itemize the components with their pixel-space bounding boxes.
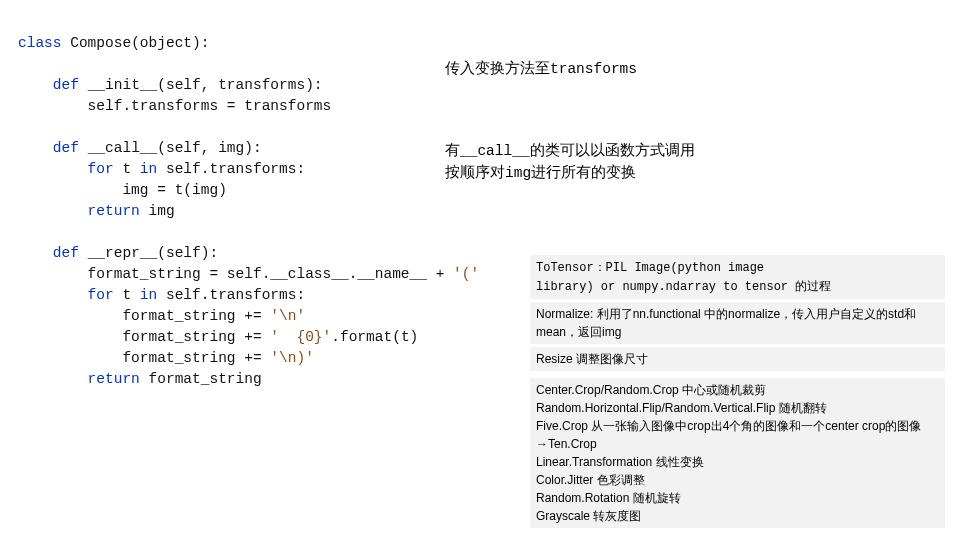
annot-mono: img	[505, 165, 531, 181]
note-text: library) or numpy.ndarray to tensor 的过程	[536, 280, 831, 294]
note-line: Grayscale 转灰度图	[536, 507, 939, 525]
annot-text: 传入变换方法至	[445, 60, 550, 76]
code-text: self.transforms:	[166, 287, 305, 303]
code-text: t	[122, 287, 139, 303]
code-text: img = t(img)	[18, 182, 227, 198]
note-resize: Resize 调整图像尺寸	[530, 347, 945, 371]
kw-return: return	[18, 371, 149, 387]
string-lit: ' {0}'	[270, 329, 331, 345]
kw-def: def	[18, 245, 88, 261]
note-line: Five.Crop 从一张输入图像中crop出4个角的图像和一个center c…	[536, 417, 939, 453]
annot-text: 进行所有的变换	[531, 164, 636, 180]
note-crops: Center.Crop/Random.Crop 中心或随机裁剪 Random.H…	[530, 378, 945, 528]
annot-mono: transforms	[550, 61, 637, 77]
annot-text: 的类可以以函数方式调用	[530, 142, 695, 158]
note-text: Normalize: 利用了nn.functional 中的normalize，…	[536, 307, 916, 339]
kw-in: in	[140, 161, 166, 177]
note-line: Random.Rotation 随机旋转	[536, 489, 939, 507]
note-line: Linear.Transformation 线性变换	[536, 453, 939, 471]
code-text: __call__(self, img):	[88, 140, 262, 156]
note-normalize: Normalize: 利用了nn.functional 中的normalize，…	[530, 302, 945, 344]
code-text: self.transforms:	[166, 161, 305, 177]
note-line: Color.Jitter 色彩调整	[536, 471, 939, 489]
note-text: Resize 调整图像尺寸	[536, 352, 648, 366]
code-text: format_string +=	[18, 329, 270, 345]
annotation-init: 传入变换方法至transforms	[445, 58, 637, 80]
kw-def: def	[18, 77, 88, 93]
string-lit: '\n)'	[270, 350, 314, 366]
code-block: class Compose(object): def __init__(self…	[18, 12, 479, 390]
note-text: ToTensor：PIL Image(python image	[536, 261, 764, 275]
annot-mono: __call__	[460, 143, 530, 159]
code-text: format_string	[149, 371, 262, 387]
kw-class: class	[18, 35, 70, 51]
annotation-call: 有__call__的类可以以函数方式调用 按顺序对img进行所有的变换	[445, 140, 695, 184]
code-text: format_string = self.__class__.__name__ …	[18, 266, 453, 282]
code-text: __init__(self, transforms):	[88, 77, 323, 93]
annot-text: 按顺序对	[445, 164, 505, 180]
note-line: Center.Crop/Random.Crop 中心或随机裁剪	[536, 381, 939, 399]
kw-return: return	[18, 203, 149, 219]
kw-for: for	[18, 161, 122, 177]
code-text: Compose(object):	[70, 35, 209, 51]
string-lit: '('	[453, 266, 479, 282]
annot-text: 有	[445, 142, 460, 158]
code-text: img	[149, 203, 175, 219]
code-text: t	[122, 161, 139, 177]
code-text: .format(t)	[331, 329, 418, 345]
note-line: Random.Horizontal.Flip/Random.Vertical.F…	[536, 399, 939, 417]
kw-in: in	[140, 287, 166, 303]
kw-for: for	[18, 287, 122, 303]
code-text: format_string +=	[18, 308, 270, 324]
kw-def: def	[18, 140, 88, 156]
code-text: __repr__(self):	[88, 245, 219, 261]
code-text: self.transforms = transforms	[18, 98, 331, 114]
code-text: format_string +=	[18, 350, 270, 366]
string-lit: '\n'	[270, 308, 305, 324]
note-totensor: ToTensor：PIL Image(python image library)…	[530, 255, 945, 299]
